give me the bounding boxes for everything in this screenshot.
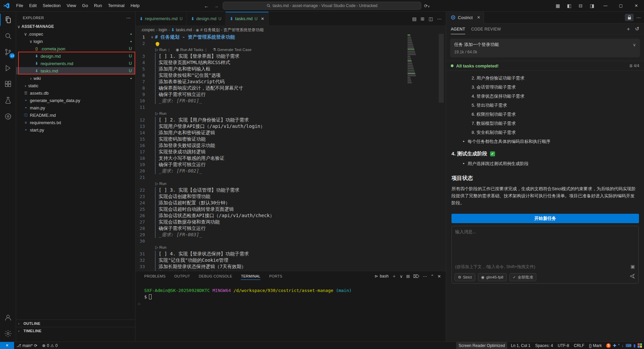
timeline-section[interactable]: › TIMELINE (16, 327, 135, 334)
menu-file[interactable]: File (13, 2, 26, 10)
tree-file-tasks.md[interactable]: ⬇tasks.mdU (16, 67, 135, 74)
tree-folder-login[interactable]: ∨login● (16, 38, 135, 45)
breadcrumb-symbol[interactable]: # 任务规划 - 资产管理系统登录功能 (200, 27, 264, 33)
codelens-link[interactable]: ⚗ Generate Test Case (213, 47, 252, 53)
maximize-button[interactable]: ▢ (613, 0, 629, 11)
more-actions-icon[interactable]: ⋯ (423, 274, 427, 279)
terminal-tab-problems[interactable]: PROBLEMS (144, 273, 166, 280)
activitybar-explorer[interactable] (0, 12, 16, 28)
tab-tasks.md[interactable]: ⬇tasks.mdU✕ (226, 12, 269, 26)
start-new-task-button[interactable]: 开始新任务 (451, 214, 639, 223)
close-icon[interactable]: ✕ (261, 16, 264, 21)
toggle-panel-icon[interactable]: ⊟ (576, 3, 586, 8)
tree-file-README.md[interactable]: ⓘREADME.md (16, 111, 135, 119)
menu-selection[interactable]: Selection (40, 2, 63, 10)
nav-forward-icon[interactable]: → (214, 3, 219, 9)
codelens-link[interactable]: ▷ Run (155, 110, 166, 117)
activitybar-costrict[interactable] (0, 108, 16, 124)
fold-icon[interactable]: ∨ (151, 34, 155, 40)
menu-edit[interactable]: Edit (26, 2, 40, 10)
activitybar-extensions[interactable] (0, 76, 16, 92)
statusbar-eol[interactable]: CRLF (572, 342, 587, 349)
toggle-secondary-sidebar-icon[interactable]: ◨ (587, 3, 597, 8)
codelens-link[interactable]: ▷ Run (155, 181, 166, 187)
statusbar-language-mode[interactable]: {} Mark (587, 342, 604, 349)
chevron-down-icon[interactable]: ∨ (633, 42, 636, 47)
more-actions-icon[interactable]: ⋯ (437, 16, 442, 21)
activitybar-source-control[interactable]: 13 (0, 44, 16, 60)
statusbar-git-branch[interactable]: ⎇main*⟳ (14, 342, 40, 349)
auto-approve-pill[interactable]: ✓全部批准 (509, 273, 537, 281)
minimap[interactable] (407, 34, 416, 83)
terminal-tab-ports[interactable]: PORTS (269, 273, 282, 280)
codelens-link[interactable]: ▷ Run (155, 47, 166, 53)
tree-folder-.cospec[interactable]: ∨.cospec● (16, 30, 135, 38)
customize-layout-icon[interactable]: ▦ (553, 3, 563, 8)
statusbar-screen-reader[interactable]: Screen Reader Optimized (456, 342, 507, 349)
breadcrumb-item[interactable]: .cospec (141, 28, 155, 32)
command-center-search[interactable]: tasks.md - asset-manage - Visual Studio … (223, 2, 421, 10)
tree-folder-wiki[interactable]: ›wiki● (16, 74, 135, 82)
kill-terminal-icon[interactable]: ⌦ (413, 274, 419, 279)
split-editor-icon[interactable]: ◫ (429, 16, 433, 21)
model-pill[interactable]: ◉glm45-fp8 (478, 273, 507, 281)
block-icon[interactable]: ▮ (633, 343, 636, 348)
mode-pill-strict[interactable]: ⚙Strict (454, 273, 475, 281)
menu-view[interactable]: View (64, 2, 79, 10)
activitybar-run-debug[interactable] (0, 60, 16, 76)
terminal-input-line[interactable]: $ (144, 294, 446, 300)
tree-file-main.py[interactable]: ◓main.py (16, 104, 135, 111)
activitybar-accounts[interactable] (0, 309, 16, 326)
split-terminal-icon[interactable]: ⊞ (406, 274, 410, 279)
terminal-tab-terminal[interactable]: TERMINAL (241, 273, 260, 280)
subtab-code-review[interactable]: CODE REVIEW (471, 24, 501, 34)
comment-icon[interactable]: ❜ (618, 343, 620, 348)
menu-run[interactable]: Run (91, 2, 105, 10)
menu-go[interactable]: Go (79, 2, 91, 10)
statusbar-problems[interactable]: ⊗0⚠0 (40, 342, 60, 349)
chat-input-box[interactable]: 输入消息... (@添加上下文，/输入命令, Shift+拖拽文件) ▣ ⚙St… (451, 226, 639, 284)
terminal-body[interactable]: ○ SXF-Admin@SK-20250928DKTC MINGW64 /d/w… (136, 281, 446, 300)
editor-scrollbar[interactable] (439, 34, 444, 103)
close-panel-icon[interactable]: ✕ (437, 274, 441, 279)
terminal-tab-output[interactable]: OUTPUT (174, 273, 190, 280)
layout-icon[interactable]: ⊞ (421, 16, 425, 21)
minimize-button[interactable]: — (598, 0, 613, 11)
terminal-tab-debug-console[interactable]: DEBUG CONSOLE (199, 273, 232, 280)
explorer-more-icon[interactable]: ⋯ (126, 15, 131, 20)
plus-icon[interactable]: ✚ (613, 343, 616, 348)
download-icon[interactable]: ↓ (622, 343, 624, 348)
close-button[interactable]: ✕ (629, 0, 644, 11)
lightbulb-icon[interactable] (156, 42, 159, 46)
tree-folder-static[interactable]: ›static (16, 82, 135, 89)
costrict-tab[interactable]: Costrict ✕ (446, 12, 484, 23)
tree-root[interactable]: ∨ASSET-MANAGE (16, 23, 135, 30)
breadcrumb-file[interactable]: ⬇tasks.md (171, 28, 192, 32)
tree-file-assets.db[interactable]: ☰assets.db (16, 89, 135, 97)
ime-grid-icon[interactable] (638, 343, 642, 348)
new-terminal-icon[interactable]: ＋ (392, 273, 396, 279)
toggle-primary-sidebar-icon[interactable]: ◧ (564, 3, 574, 8)
agent-message-area[interactable]: 2. 用户身份验证功能子需求3. 会话管理功能子需求4. 登录状态保持功能子需求… (446, 71, 644, 206)
breadcrumb-item[interactable]: login (159, 28, 167, 32)
statusbar-cursor-position[interactable]: Ln 1, Col 1 (508, 342, 533, 349)
maximize-panel-icon[interactable]: ⌃ (430, 274, 434, 279)
menu-terminal[interactable]: Terminal (105, 2, 127, 10)
outline-section[interactable]: › OUTLINE (16, 319, 135, 327)
statusbar-indentation[interactable]: Spaces: 4 (533, 342, 555, 349)
tab-requirements.md[interactable]: ⬇requirements.mdU (136, 12, 187, 26)
more-actions-icon[interactable]: ⋯ (636, 15, 641, 20)
tree-file-design.md[interactable]: ⬇design.mdU (16, 52, 135, 60)
preview-icon[interactable]: ▤ (412, 16, 417, 21)
tree-file-generate_sample_data.py[interactable]: ◓generate_sample_data.py (16, 97, 135, 104)
close-icon[interactable]: ✕ (477, 15, 480, 20)
activitybar-testing[interactable] (0, 92, 16, 108)
tree-file-requirements.md[interactable]: ⬇requirements.mdU (16, 60, 135, 67)
tab-design.md[interactable]: ⬇design.mdU (187, 12, 226, 26)
subtab-agent[interactable]: AGENT (451, 24, 465, 34)
keyboard-icon[interactable]: ⌨ (626, 343, 631, 348)
codelens-link[interactable]: ▷ Run (155, 244, 166, 251)
task-card[interactable]: 任务 添加一个登录功能 ∨ 19.1k / 64.0k (450, 39, 640, 57)
activitybar-settings[interactable] (0, 326, 16, 342)
history-icon[interactable]: ↺ (635, 26, 639, 32)
